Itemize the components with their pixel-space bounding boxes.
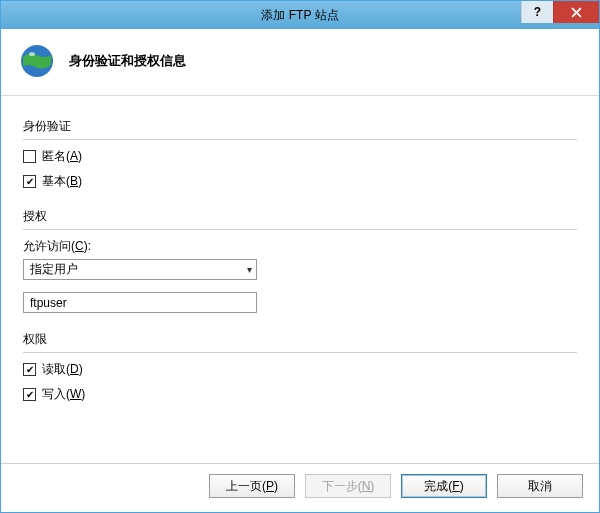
button-bar: 上一页(P) 下一步(N) 完成(F) 取消 [1,463,599,512]
window-title: 添加 FTP 站点 [261,7,338,24]
wizard-header: 身份验证和授权信息 [1,29,599,96]
window-controls: ? [521,1,599,29]
allow-access-select[interactable]: 指定用户 ▾ [23,259,257,280]
content-area: 身份验证 匿名(A) 基本(B) 授权 允许访问(C): 指定用户 ▾ ftpu… [1,96,599,463]
close-button[interactable] [553,1,599,23]
anonymous-label: 匿名(A) [42,148,82,165]
permissions-heading: 权限 [23,331,577,348]
basic-checkbox[interactable] [23,175,36,188]
divider [23,229,577,230]
help-icon: ? [534,5,541,19]
previous-button[interactable]: 上一页(P) [209,474,295,498]
svg-point-1 [29,52,35,56]
authorization-heading: 授权 [23,208,577,225]
next-button: 下一步(N) [305,474,391,498]
cancel-button[interactable]: 取消 [497,474,583,498]
divider [23,352,577,353]
page-title: 身份验证和授权信息 [69,52,186,70]
close-icon [571,7,582,18]
dialog-window: 添加 FTP 站点 ? 身份验证和授权信息 身份验证 匿名(A) 基本(B) [0,0,600,513]
authorization-section: 授权 允许访问(C): 指定用户 ▾ ftpuser [23,208,577,313]
read-row[interactable]: 读取(D) [23,361,577,378]
basic-row[interactable]: 基本(B) [23,173,577,190]
divider [23,139,577,140]
write-checkbox[interactable] [23,388,36,401]
anonymous-checkbox[interactable] [23,150,36,163]
write-label: 写入(W) [42,386,85,403]
chevron-down-icon: ▾ [247,264,252,275]
read-checkbox[interactable] [23,363,36,376]
help-button[interactable]: ? [521,1,553,23]
read-label: 读取(D) [42,361,83,378]
authentication-section: 身份验证 匿名(A) 基本(B) [23,118,577,190]
allow-access-label: 允许访问(C): [23,238,577,255]
authentication-heading: 身份验证 [23,118,577,135]
titlebar: 添加 FTP 站点 ? [1,1,599,29]
globe-icon [19,43,55,79]
user-input-value: ftpuser [30,296,67,310]
anonymous-row[interactable]: 匿名(A) [23,148,577,165]
user-input[interactable]: ftpuser [23,292,257,313]
write-row[interactable]: 写入(W) [23,386,577,403]
allow-access-value: 指定用户 [30,261,78,278]
permissions-section: 权限 读取(D) 写入(W) [23,331,577,403]
finish-button[interactable]: 完成(F) [401,474,487,498]
basic-label: 基本(B) [42,173,82,190]
